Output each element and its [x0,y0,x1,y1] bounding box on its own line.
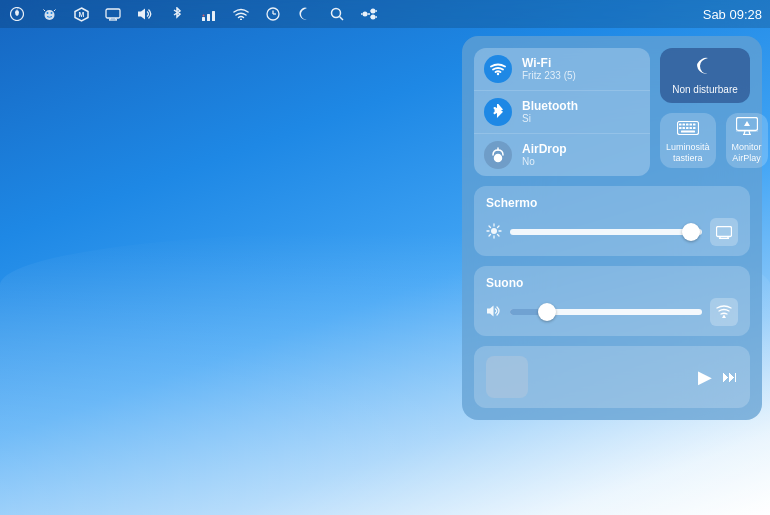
svg-line-62 [498,234,500,236]
svg-point-17 [203,14,205,16]
volume-thumb [538,303,556,321]
svg-marker-70 [722,315,726,319]
play-button[interactable]: ▶ [698,366,712,388]
monitor-airplay-tile[interactable]: Monitor AirPlay [726,113,768,168]
display-label: Schermo [486,196,738,210]
bluetooth-name: Bluetooth [522,99,578,113]
bluetooth-item[interactable]: Bluetooth Si [474,91,650,134]
playback-controls: ▶ ⏭ [698,366,738,388]
keyboard-brightness-label: Luminosità tastiera [666,142,710,164]
bluetooth-menubar-icon[interactable] [168,5,186,23]
volume-menubar-icon[interactable] [136,5,154,23]
menubar: M [0,0,770,28]
airdrop-name: AirDrop [522,142,567,156]
bluetooth-text: Bluetooth Si [522,99,578,125]
brightness-thumb [682,223,700,241]
brightness-slider[interactable] [510,229,702,235]
svg-line-23 [340,17,344,21]
svg-point-36 [497,158,499,160]
svg-line-5 [43,9,45,11]
svg-line-64 [489,234,491,236]
do-not-disturb-label: Non disturbare [672,84,738,96]
svg-rect-16 [212,11,215,21]
airdrop-item[interactable]: AirDrop No [474,134,650,176]
brightness-icon [486,223,502,242]
svg-point-24 [363,12,368,17]
svg-rect-9 [106,9,120,18]
search-menubar-icon[interactable] [328,5,346,23]
svg-rect-45 [686,127,689,129]
airdrop-text: AirDrop No [522,142,567,168]
airdrop-status: No [522,156,567,168]
display-menubar-icon[interactable] [104,5,122,23]
control-center-menubar-icon[interactable] [360,5,378,23]
menubar-right: Sab 09:28 [703,7,762,22]
display-section: Schermo [474,186,750,256]
volume-icon [486,304,502,321]
svg-rect-46 [689,127,692,129]
top-tiles-row: Wi-Fi Fritz 233 (5) Bluetooth Si [474,48,750,176]
svg-rect-39 [682,123,685,125]
bluetooth-icon-circle [484,98,512,126]
bluetooth-status: Si [522,113,578,125]
airplay-icon [736,117,758,138]
svg-point-22 [332,9,341,18]
svg-rect-47 [693,127,696,129]
svg-line-1 [17,9,18,10]
display-end-icon [710,218,738,246]
control-center-panel: Wi-Fi Fritz 233 (5) Bluetooth Si [462,36,762,420]
svg-marker-13 [138,9,145,20]
svg-point-30 [371,15,376,20]
svg-rect-43 [679,127,682,129]
bottom-tiles-row: Luminosità tastiera Moni [660,113,750,168]
malwarebytes-icon[interactable]: M [72,5,90,23]
svg-line-6 [54,9,56,11]
wifi-icon-circle [484,55,512,83]
wifi-text: Wi-Fi Fritz 233 (5) [522,56,576,82]
svg-line-61 [489,226,491,228]
brightness-slider-row [486,218,738,246]
keyboard-brightness-tile[interactable]: Luminosità tastiera [660,113,716,168]
wifi-status: Fritz 233 (5) [522,70,576,82]
moon-menubar-icon[interactable] [296,5,314,23]
svg-marker-69 [487,305,494,316]
svg-point-3 [46,12,48,14]
svg-text:M: M [78,11,84,18]
wifi-menubar-icon[interactable] [232,5,250,23]
skip-button[interactable]: ⏭ [722,368,738,386]
connectivity-section: Wi-Fi Fritz 233 (5) Bluetooth Si [474,48,650,176]
keyboard-icon [677,118,699,138]
svg-rect-40 [686,123,689,125]
do-not-disturb-tile[interactable]: Non disturbare [660,48,750,103]
wifi-bars-menubar-icon[interactable] [200,5,218,23]
volume-slider[interactable] [510,309,702,315]
airplay-audio-icon[interactable] [710,298,738,326]
svg-point-18 [240,19,242,21]
moon-tile-icon [694,55,716,80]
svg-rect-48 [681,130,695,132]
menubar-time: Sab 09:28 [703,7,762,22]
svg-point-56 [491,228,497,234]
svg-rect-15 [207,14,210,21]
svg-point-2 [44,10,54,20]
wifi-name: Wi-Fi [522,56,576,70]
sound-section: Suono [474,266,750,336]
sound-label: Suono [486,276,738,290]
svg-rect-65 [717,226,732,236]
menubar-left: M [8,5,378,23]
volume-slider-row [486,298,738,326]
svg-rect-42 [693,123,696,125]
right-tiles: Non disturbare [660,48,750,176]
clock-menubar-icon[interactable] [264,5,282,23]
monitor-airplay-label: Monitor AirPlay [732,142,762,164]
wifi-item[interactable]: Wi-Fi Fritz 233 (5) [474,48,650,91]
album-art [486,356,528,398]
svg-point-33 [497,73,499,75]
svg-rect-44 [682,127,685,129]
svg-point-27 [371,9,376,14]
svg-rect-41 [689,123,692,125]
tomcat-icon[interactable] [40,5,58,23]
svg-rect-14 [202,17,205,21]
apple-menu-icon[interactable] [8,5,26,23]
svg-point-4 [50,12,52,14]
